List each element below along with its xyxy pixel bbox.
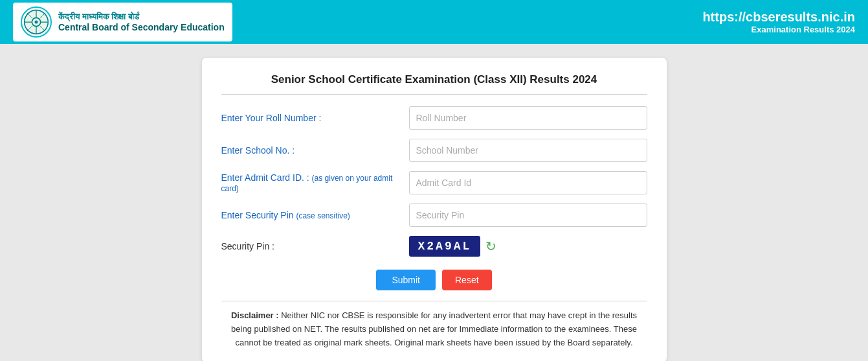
refresh-captcha-icon[interactable]: ↻ xyxy=(485,239,496,254)
admit-card-row: Enter Admit Card ID. : (as given on your… xyxy=(221,171,647,194)
form-title: Senior School Certificate Examination (C… xyxy=(221,73,647,95)
disclaimer-bold: Disclaimer : xyxy=(231,310,279,320)
disclaimer: Disclaimer : Neither NIC nor CBSE is res… xyxy=(221,309,647,349)
svg-point-10 xyxy=(35,21,38,24)
roll-number-label: Enter Your Roll Number : xyxy=(221,113,409,123)
roll-number-row: Enter Your Roll Number : xyxy=(221,106,647,130)
main-content: Senior School Certificate Examination (C… xyxy=(0,44,868,361)
disclaimer-text: Neither NIC nor CBSE is responsible for … xyxy=(231,310,637,347)
logo-area: केंद्रीय माध्यमिक शिक्षा बोर्ड Central B… xyxy=(13,3,232,41)
hindi-org-name: केंद्रीय माध्यमिक शिक्षा बोर्ड xyxy=(58,12,225,22)
site-header: केंद्रीय माध्यमिक शिक्षा बोर्ड Central B… xyxy=(0,0,868,44)
exam-year: Examination Results 2024 xyxy=(702,25,855,34)
submit-button[interactable]: Submit xyxy=(376,270,436,290)
button-row: Submit Reset xyxy=(221,267,647,290)
captcha-label: Security Pin : xyxy=(221,241,409,251)
admit-card-label: Enter Admit Card ID. : (as given on your… xyxy=(221,172,409,193)
roll-number-input[interactable] xyxy=(409,106,647,130)
school-number-label: Enter School No. : xyxy=(221,145,409,156)
divider xyxy=(221,301,647,301)
security-pin-row: Enter Security Pin (case sensitive) xyxy=(221,204,647,227)
org-name-block: केंद्रीय माध्यमिक शिक्षा बोर्ड Central B… xyxy=(58,12,225,32)
school-number-row: Enter School No. : xyxy=(221,139,647,162)
header-right: https://cbseresults.nic.in Examination R… xyxy=(702,10,855,34)
reset-button[interactable]: Reset xyxy=(442,270,492,290)
security-pin-input[interactable] xyxy=(409,204,647,227)
cbse-logo xyxy=(21,6,52,38)
school-number-input[interactable] xyxy=(409,139,647,162)
security-pin-label: Enter Security Pin (case sensitive) xyxy=(221,210,409,220)
english-org-name: Central Board of Secondary Education xyxy=(58,22,225,32)
captcha-image: X2A9AL xyxy=(409,236,481,257)
admit-card-input[interactable] xyxy=(409,171,647,194)
captcha-row: Security Pin : X2A9AL ↻ xyxy=(221,236,647,257)
form-card: Senior School Certificate Examination (C… xyxy=(201,57,667,361)
site-url: https://cbseresults.nic.in xyxy=(702,10,855,25)
